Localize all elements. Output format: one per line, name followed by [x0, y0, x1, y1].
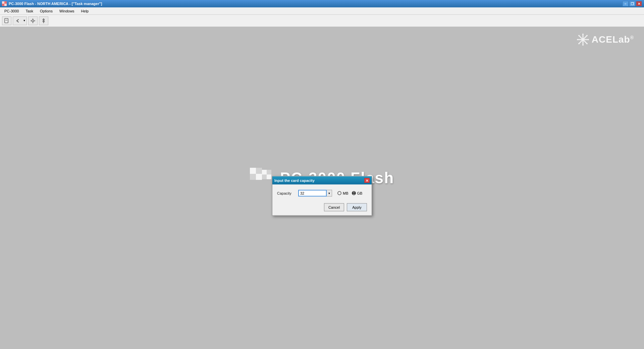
svg-point-25: [582, 38, 584, 41]
unit-row: MB GB: [337, 191, 362, 195]
tools-button[interactable]: [28, 16, 38, 25]
title-bar-controls: − ❐ ✕: [623, 1, 642, 6]
svg-point-7: [32, 20, 34, 22]
acelab-logo: ACELab®: [577, 34, 634, 46]
svg-point-22: [586, 43, 588, 44]
capacity-dialog: Input the card capacity ✕ Capacity ▼ MB: [272, 176, 372, 216]
svg-rect-3: [4, 4, 7, 6]
svg-point-19: [577, 39, 578, 40]
minimize-button[interactable]: −: [623, 1, 629, 6]
svg-rect-26: [250, 168, 256, 174]
acelab-text: ACELab®: [592, 34, 634, 45]
svg-rect-33: [267, 174, 271, 179]
new-button[interactable]: [2, 16, 11, 25]
svg-point-20: [588, 39, 589, 40]
dialog-buttons: Cancel Apply: [277, 202, 367, 211]
pin-button[interactable]: [39, 16, 48, 25]
dialog-title: Input the card capacity: [274, 179, 315, 183]
title-bar-left: PC-3000 Flash - NORTH AMERICA - ["Task m…: [2, 1, 102, 6]
menu-pc3000[interactable]: PC-3000: [1, 8, 22, 14]
svg-rect-31: [267, 170, 271, 174]
acelab-icon: [577, 34, 589, 46]
title-bar: PC-3000 Flash - NORTH AMERICA - ["Task m…: [0, 0, 644, 7]
window-title: PC-3000 Flash - NORTH AMERICA - ["Task m…: [9, 2, 102, 6]
main-content: ACELab® PC-3000 Flash Input the card cap…: [0, 27, 644, 349]
menu-options[interactable]: Options: [37, 8, 56, 14]
svg-rect-32: [262, 174, 267, 179]
back-dropdown[interactable]: ▼: [22, 16, 27, 25]
back-button[interactable]: [13, 16, 22, 25]
gb-label: GB: [357, 191, 363, 195]
gb-radio-option[interactable]: GB: [352, 191, 363, 195]
capacity-row: Capacity ▼ MB GB: [277, 190, 367, 197]
mb-radio-circle[interactable]: [337, 191, 341, 195]
svg-point-21: [578, 35, 580, 36]
capacity-dropdown-arrow[interactable]: ▼: [327, 190, 332, 197]
svg-point-17: [582, 34, 584, 35]
dialog-title-bar: Input the card capacity ✕: [272, 177, 372, 185]
menu-bar: PC-3000 Task Options Windows Help: [0, 7, 644, 15]
close-button[interactable]: ✕: [636, 1, 642, 6]
svg-rect-28: [250, 174, 256, 180]
pc3000-flash-icon: [250, 168, 273, 188]
svg-rect-29: [256, 174, 262, 180]
capacity-input[interactable]: [298, 190, 327, 197]
capacity-input-wrap: ▼: [298, 190, 332, 197]
svg-point-24: [578, 43, 580, 44]
capacity-label: Capacity: [277, 191, 296, 195]
svg-point-23: [586, 35, 588, 36]
svg-rect-27: [256, 168, 262, 174]
svg-point-18: [582, 44, 584, 46]
toolbar: ▼: [0, 15, 644, 27]
svg-rect-1: [4, 1, 7, 4]
svg-rect-0: [2, 1, 4, 4]
app-icon: [2, 1, 7, 6]
svg-rect-2: [2, 4, 4, 6]
gb-radio-circle[interactable]: [352, 191, 356, 195]
menu-windows[interactable]: Windows: [56, 8, 77, 14]
menu-task[interactable]: Task: [22, 8, 36, 14]
mb-label: MB: [343, 191, 348, 195]
menu-help[interactable]: Help: [78, 8, 92, 14]
cancel-button[interactable]: Cancel: [324, 203, 344, 211]
svg-rect-30: [262, 170, 267, 174]
mb-radio-option[interactable]: MB: [337, 191, 348, 195]
restore-button[interactable]: ❐: [629, 1, 635, 6]
dialog-body: Capacity ▼ MB GB: [272, 185, 372, 215]
apply-button[interactable]: Apply: [347, 203, 367, 211]
dialog-close-button[interactable]: ✕: [364, 178, 370, 183]
